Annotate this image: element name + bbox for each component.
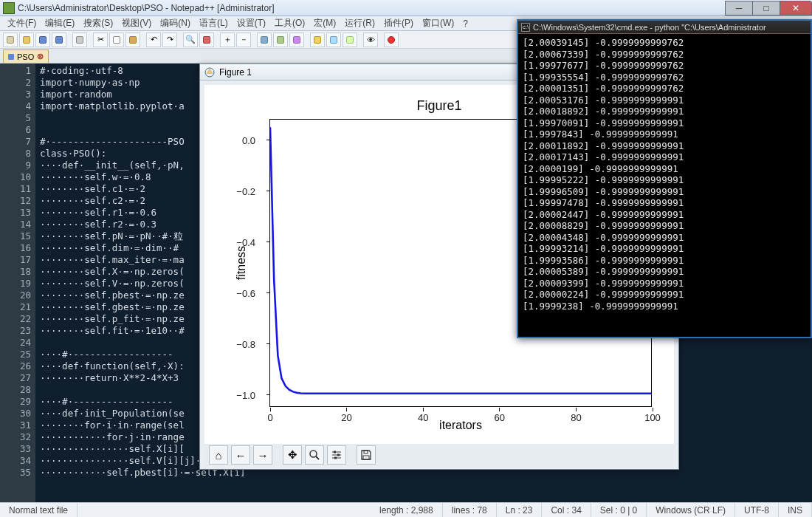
editor-tab[interactable]: PSO ⊗ [3,49,49,63]
docmap-icon[interactable] [326,32,341,47]
cmd-icon: c:\ [521,23,530,32]
menu-language[interactable]: 语言(L) [196,16,231,30]
line-number-gutter: 1234567891011121314151617181920212223242… [0,64,35,502]
cmd-window[interactable]: c:\ C:\Windows\System32\cmd.exe - python… [517,19,812,338]
close-button[interactable]: ✕ [780,1,812,16]
pan-icon[interactable]: ✥ [283,445,302,465]
matplotlib-icon [204,67,215,78]
paste-icon[interactable] [125,32,140,47]
print-icon[interactable] [72,32,87,47]
indent-guide-icon[interactable] [289,32,304,47]
record-icon[interactable] [384,32,399,47]
status-eol: Windows (CR LF) [647,503,735,517]
cut-icon[interactable]: ✂ [93,32,108,47]
zoom-in-icon[interactable]: ＋ [220,32,235,47]
home-icon[interactable]: ⌂ [209,445,228,465]
cmd-titlebar[interactable]: c:\ C:\Windows\System32\cmd.exe - python… [518,21,811,34]
menu-macro[interactable]: 宏(M) [311,16,339,30]
status-ln: Ln : 23 [497,503,543,517]
svg-rect-6 [334,451,336,453]
zoom-out-icon[interactable]: － [236,32,251,47]
menu-search[interactable]: 搜索(S) [80,16,116,30]
statusbar: Normal text file length : 2,988 lines : … [0,502,812,517]
menu-file[interactable]: 文件(F) [4,16,39,30]
svg-rect-10 [363,456,369,459]
save-icon[interactable] [35,32,50,47]
status-sel: Sel : 0 | 0 [591,503,647,517]
status-ins: INS [779,503,812,517]
svg-rect-7 [337,454,340,456]
status-mode: Normal text file [0,503,78,517]
menu-view[interactable]: 视图(V) [119,16,154,30]
monitor-icon[interactable]: 👁 [363,32,378,47]
showall-icon[interactable] [273,32,288,47]
menu-tools[interactable]: 工具(O) [272,16,308,30]
menu-settings[interactable]: 设置(T) [234,16,269,30]
cmd-title: C:\Windows\System32\cmd.exe - python "C:… [533,23,766,32]
cmd-output[interactable]: [2.00039145] -0.9999999999762 [2.0006733… [518,34,811,315]
x-axis-label: iterators [269,419,652,432]
status-lines: lines : 78 [443,503,497,517]
menu-encoding[interactable]: 编码(N) [157,16,193,30]
wordwrap-icon[interactable] [257,32,272,47]
menu-edit[interactable]: 编辑(E) [42,16,78,30]
y-tick-label: 0.0 [211,134,263,145]
forward-icon[interactable]: → [253,445,272,465]
funclist-icon[interactable] [343,32,357,47]
replace-icon[interactable] [199,32,214,47]
status-col: Col : 34 [542,503,591,517]
tab-close-icon[interactable]: ⊗ [37,52,44,61]
figure-window-title: Figure 1 [219,67,252,78]
zoom-icon[interactable] [305,445,324,465]
find-icon[interactable]: 🔍 [183,32,198,47]
menu-window[interactable]: 窗口(W) [419,16,457,30]
redo-icon[interactable]: ↷ [162,32,177,47]
menu-help[interactable]: ? [460,18,471,30]
back-icon[interactable]: ← [231,445,250,465]
npp-titlebar[interactable]: C:\Users\Administrator\Desktop\PSO - Not… [0,0,812,16]
svg-point-1 [310,451,317,457]
configure-icon[interactable] [327,445,346,465]
y-tick-label: −0.4 [211,236,263,247]
open-file-icon[interactable] [19,32,34,47]
status-enc: UTF-8 [735,503,779,517]
menu-run[interactable]: 运行(R) [342,16,378,30]
undo-icon[interactable]: ↶ [146,32,161,47]
save-all-icon[interactable] [52,32,66,47]
svg-line-2 [316,456,319,459]
y-tick-label: −0.2 [211,185,263,196]
save-figure-icon[interactable] [357,445,376,465]
new-file-icon[interactable] [3,32,18,47]
status-length: length : 2,988 [371,503,443,517]
figure-toolbar: ⌂ ← → ✥ [204,444,674,466]
y-tick-label: −0.8 [211,338,263,349]
maximize-button[interactable]: □ [752,1,780,16]
npp-app-icon [3,2,15,14]
copy-icon[interactable] [109,32,124,47]
minimize-button[interactable]: ─ [725,1,753,16]
folder-icon[interactable] [310,32,325,47]
y-tick-label: −0.6 [211,287,263,298]
save-indicator-icon [8,54,14,60]
y-tick-label: −1.0 [211,389,263,400]
tab-label: PSO [17,52,34,61]
y-axis-label: fitness [234,119,249,407]
svg-rect-8 [334,457,337,459]
npp-title: C:\Users\Administrator\Desktop\PSO - Not… [18,3,726,13]
menu-plugins[interactable]: 插件(P) [381,16,416,30]
